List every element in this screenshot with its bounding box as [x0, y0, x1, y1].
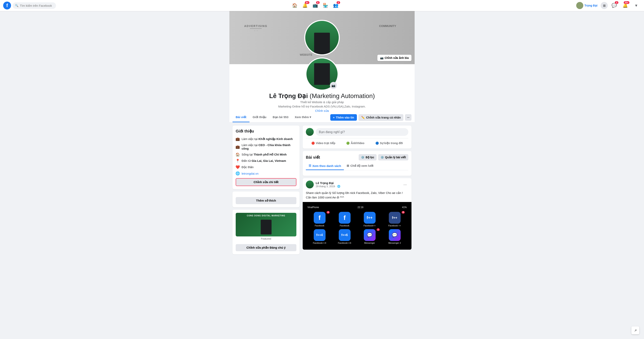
cover-edit-label: Chỉnh sửa ảnh bìa [385, 56, 409, 59]
origin-bold: Gia Lai, Gia Lai, Vietnam [252, 159, 286, 162]
live-video-label: Video trực tiếp [316, 142, 336, 145]
cover-edit-button[interactable]: 📷 Chỉnh sửa ảnh bìa [377, 55, 412, 61]
origin-text: Đến từ Gia Lai, Gia Lai, Vietnam [242, 159, 286, 163]
intro-card-title: Giới thiệu [236, 129, 296, 133]
marketplace-nav-button[interactable]: 🏪 [321, 1, 330, 10]
facebook-logo-icon[interactable]: f [3, 1, 11, 9]
msg-label-1: Messenger [364, 242, 375, 244]
grid-view-icon: ⊞ [347, 164, 349, 168]
briefcase-icon-2: 💼 [236, 145, 240, 149]
briefcase-icon-1: 💼 [236, 137, 240, 141]
profile-actions: + Thêm vào tin ✏️ Chỉnh sửa trang cá nhâ… [330, 114, 412, 121]
more-options-button[interactable]: ··· [405, 114, 412, 121]
list-icon: ☰ [308, 164, 311, 168]
chevron-down-tab-icon: ▾ [310, 115, 311, 119]
msg-icon-2: 💬 [389, 229, 401, 241]
video-nav-button[interactable]: 📺 6 [310, 1, 320, 10]
pin-icon: 📍 [236, 159, 240, 163]
notifications-nav-button[interactable]: 🔔 9+ [300, 1, 310, 10]
plus-icon: + [333, 116, 335, 119]
photo-icon: 🟢 [346, 142, 350, 145]
featured-person-img [261, 220, 272, 235]
edit-detail-button[interactable]: Chỉnh sửa chi tiết [236, 178, 296, 186]
nav-left: f 🔍 [3, 1, 56, 9]
fb-label-2: Facebook [340, 224, 349, 227]
tab-xem-them[interactable]: Xem thêm ▾ [292, 113, 314, 122]
tab-list-view[interactable]: ☰ Xem theo danh sách [306, 162, 344, 170]
search-input[interactable] [20, 4, 54, 7]
main-content: Giới thiệu 💼 Làm việc tại Khởi nghiệp Ki… [230, 122, 414, 258]
chevron-down-button[interactable]: ▾ [632, 1, 641, 10]
messenger-badge: 2 [615, 1, 618, 4]
tab-list-label: Xem theo danh sách [312, 164, 341, 168]
right-content: Bạn đang nghĩ gì? 🔴 Video trực tiếp 🟢 Ản… [303, 126, 412, 254]
ellipsis-icon: ··· [407, 116, 410, 119]
heart-icon: ❤️ [236, 165, 240, 169]
phone-status-bar: VinaPhone 22:16 41% [306, 205, 408, 209]
photo-label: Ảnh/Video [351, 142, 364, 145]
edit-featured-button[interactable]: Chỉnh sửa phần Đáng chú ý [236, 244, 296, 251]
post-author-info: Lê Trọng Đại 29 tháng 3, 2019 · 🌐 [306, 181, 340, 188]
manage-posts-button[interactable]: ⚙️ Quản lý bài viết [378, 154, 408, 160]
fbpp-label-2: Facebook ++ [388, 224, 401, 227]
filter-button[interactable]: ⚙️ Bộ lọc [359, 154, 376, 160]
sidebar: Giới thiệu 💼 Làm việc tại Khởi nghiệp Ki… [232, 126, 300, 254]
fbpp-icon-2: f++ [389, 212, 401, 224]
featured-thumbnail: CONG DONG DIGITAL MARKETING [236, 213, 296, 236]
tab-grid-view[interactable]: ⊞ Chế độ xem lưới [344, 162, 376, 170]
fb-label-1: Facebook [315, 224, 324, 227]
live-video-button[interactable]: 🔴 Video trực tiếp [308, 140, 338, 146]
work-bold-2: CEO - Chia khóa thành công [242, 143, 290, 150]
bell-button[interactable]: 🔔 20+ [620, 1, 630, 10]
filter-label: Bộ lọc [366, 156, 374, 159]
chevron-down-icon: ▾ [635, 3, 637, 8]
grid-icon: ⊞ [603, 4, 606, 7]
featured-label: Featured [236, 237, 296, 240]
website-link[interactable]: letrongdai.vn [242, 172, 258, 175]
post-privacy-icon: 🌐 [337, 185, 340, 188]
baivet-header: Bài viết ⚙️ Bộ lọc ⚙️ Quản lý bài viết [306, 154, 408, 160]
post-actions-row: 🔴 Video trực tiếp 🟢 Ảnh/Video 🔵 Sự kiện … [306, 140, 408, 146]
fb6-icon: f++6 [339, 229, 350, 241]
post-input[interactable]: Bạn đang nghĩ gì? [316, 128, 408, 136]
groups-nav-button[interactable]: 👥 2 [331, 1, 340, 10]
page-wrapper: ADVERTISING → → COMMUNITY WEBSITE 📷 [0, 11, 644, 258]
post-author-avatar [306, 181, 314, 188]
phone-time: 22:16 [358, 206, 364, 209]
tab-gioi-thieu[interactable]: Giới thiệu [250, 113, 270, 122]
profile-tabs-actions: Bài viết Giới thiệu Bạn bè 553 Xem thêm … [230, 113, 414, 122]
post-text-line1: Share cách quản lý Số lượng lớn nick Fac… [306, 191, 408, 195]
post-meta: 29 tháng 3, 2019 · 🌐 [316, 185, 340, 188]
camera-small-icon: 📷 [332, 84, 336, 87]
profile-name-suffix: (Marketing Automation) [310, 92, 375, 99]
tab-ban-be[interactable]: Bạn bè 553 [270, 113, 292, 122]
groups-badge: 2 [336, 1, 340, 4]
origin-item: 📍 Đến từ Gia Lai, Gia Lai, Vietnam [236, 158, 296, 164]
search-bar[interactable]: 🔍 [12, 2, 56, 9]
user-profile-button[interactable]: Trọng Đại [575, 1, 599, 10]
edit-profile-button[interactable]: ✏️ Chỉnh sửa trang cá nhân [358, 114, 404, 121]
app-icon-fb4: f++4 Facebook++4 [308, 229, 331, 244]
fbpp-label-1: Facebook++ [364, 224, 376, 227]
tab-bai-viet[interactable]: Bài viết [232, 113, 250, 122]
photo-video-button[interactable]: 🟢 Ảnh/Video [343, 140, 368, 146]
post-more-button[interactable]: ··· [402, 182, 408, 188]
cover-section: ADVERTISING → → COMMUNITY WEBSITE 📷 [230, 11, 414, 122]
avatar-edit-button[interactable]: 📷 [330, 82, 337, 89]
featured-title: CONG DONG DIGITAL MARKETING [237, 214, 295, 217]
life-event-button[interactable]: 🔵 Sự kiện trong đời [372, 140, 406, 146]
profile-edit-link[interactable]: Chỉnh sửa [269, 109, 375, 113]
ellipsis-horiz-icon: ··· [404, 182, 407, 187]
live-video-icon: 🔴 [311, 142, 315, 145]
add-hobby-button[interactable]: Thêm sở thích [236, 197, 296, 204]
phone-screen-mock: VinaPhone 22:16 41% f 4 Facebook f Faceb… [303, 202, 412, 250]
work-item-1: 💼 Làm việc tại Khởi nghiệp Kinh doanh [236, 136, 296, 142]
profile-text-block: Lê Trọng Đại (Marketing Automation) Thiế… [269, 90, 375, 113]
add-to-story-button[interactable]: + Thêm vào tin [330, 114, 357, 121]
nav-grid-button[interactable]: ⊞ [601, 2, 608, 9]
home-nav-button[interactable]: 🏠 [290, 1, 300, 10]
intro-card: Giới thiệu 💼 Làm việc tại Khởi nghiệp Ki… [232, 126, 300, 189]
messenger-button[interactable]: 💬 2 [609, 1, 619, 10]
website-item: 🌐 letrongdai.vn [236, 170, 296, 177]
app-icon-fbpp2: f++ 8 Facebook ++ [383, 212, 406, 227]
